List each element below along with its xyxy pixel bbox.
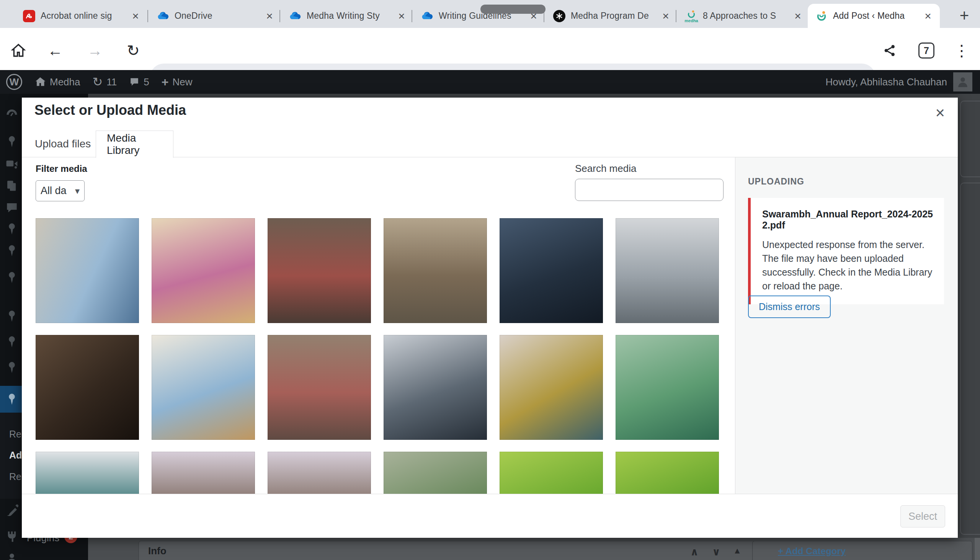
media-thumbnail[interactable] [615, 218, 719, 323]
media-thumbnail[interactable] [383, 452, 487, 494]
media-thumbnail[interactable] [36, 452, 139, 494]
comment-icon [129, 77, 140, 87]
pages-icon[interactable] [5, 179, 18, 192]
dismiss-errors-button[interactable]: Dismiss errors [748, 295, 831, 318]
tab-close-icon[interactable]: × [922, 10, 935, 23]
back-button[interactable]: ← [45, 40, 65, 60]
media-thumbnail[interactable] [36, 335, 139, 440]
media-thumbnail[interactable] [268, 218, 371, 323]
modal-title: Select or Upload Media [35, 102, 186, 118]
pin-icon[interactable] [5, 310, 18, 323]
redaction-bar [480, 5, 545, 14]
browser-tab-strip: Acrobat online sig × OneDrive × Medha Wr… [0, 0, 980, 28]
media-thumbnail[interactable] [268, 335, 371, 440]
tab-close-icon[interactable]: × [791, 10, 804, 23]
media-thumbnail[interactable] [500, 335, 603, 440]
pin-icon[interactable] [5, 135, 18, 148]
move-up-icon: ∧ [690, 546, 698, 558]
site-menu[interactable]: Medha [28, 70, 87, 94]
dashboard-icon[interactable] [5, 108, 18, 120]
comments-count: 5 [143, 76, 149, 88]
upload-error-message: Unexpected response from the server. The… [762, 238, 933, 293]
pin-icon[interactable] [5, 271, 18, 284]
media-thumbnail[interactable] [615, 335, 719, 440]
media-icon[interactable] [5, 157, 18, 170]
wp-admin-bar: W Medha ↻ 11 5 + New Howdy, Abhilasha Ch… [0, 70, 980, 94]
plugins-icon[interactable] [5, 530, 18, 543]
updates-count: 11 [107, 76, 117, 88]
upload-error-filename: Swarambh_Annual Report_2024-2025 2.pdf [762, 208, 933, 231]
wp-logo-menu[interactable]: W [0, 70, 28, 94]
media-thumbnail[interactable] [152, 218, 255, 323]
share-icon[interactable] [880, 40, 900, 60]
home-button[interactable] [8, 40, 28, 60]
media-thumbnail[interactable] [268, 452, 371, 494]
new-tab-button[interactable]: + [954, 5, 975, 26]
medha-icon: medha [685, 10, 697, 22]
pin-icon[interactable] [5, 361, 18, 374]
comments-icon[interactable] [5, 201, 18, 214]
browser-tab[interactable]: Medha Program De × [545, 4, 678, 28]
howdy-text[interactable]: Howdy, Abhilasha Chauhan [825, 76, 947, 88]
uploading-header: UPLOADING [748, 177, 804, 187]
browser-tab[interactable]: medha 8 Approaches to S × [678, 4, 810, 28]
media-thumbnail[interactable] [36, 218, 139, 323]
media-thumbnail[interactable] [500, 452, 603, 494]
tab-close-icon[interactable]: × [395, 10, 408, 23]
tab-close-icon[interactable]: × [659, 10, 672, 23]
tab-close-icon[interactable]: × [263, 10, 276, 23]
media-thumbnail[interactable] [383, 218, 487, 323]
appearance-brush-icon[interactable] [5, 504, 18, 517]
tab-title: Medha Program De [571, 11, 659, 21]
pin-icon [5, 393, 18, 406]
users-icon[interactable] [5, 552, 18, 560]
pin-icon[interactable] [5, 335, 18, 348]
plus-icon: + [162, 75, 169, 89]
media-thumbnail[interactable] [152, 335, 255, 440]
tab-title: Add Post ‹ Medha [833, 11, 922, 21]
move-down-icon: ∨ [712, 546, 720, 558]
media-thumbnail[interactable] [500, 218, 603, 323]
tab-close-icon[interactable]: × [129, 10, 142, 23]
media-thumbnail[interactable] [152, 452, 255, 494]
chevron-down-icon: ▾ [75, 186, 80, 197]
browser-tab-active[interactable]: Add Post ‹ Medha × [808, 4, 940, 28]
upload-error-card: Swarambh_Annual Report_2024-2025 2.pdf U… [748, 198, 944, 304]
updates-menu[interactable]: ↻ 11 [87, 70, 123, 94]
browser-tab[interactable]: Medha Writing Sty × [282, 4, 413, 28]
tab-separator [412, 10, 412, 22]
browser-menu-icon[interactable]: ⋮ [952, 40, 972, 60]
select-button-disabled[interactable]: Select [900, 505, 945, 527]
date-filter-dropdown[interactable]: All da ▾ [36, 180, 85, 201]
tab-upload-files[interactable]: Upload files [24, 130, 102, 157]
pin-icon[interactable] [5, 222, 18, 235]
tab-count-button[interactable]: 7 [917, 40, 937, 60]
tab-title: Medha Writing Sty [307, 11, 395, 21]
media-thumbnail[interactable] [383, 335, 487, 440]
chatgpt-icon [553, 10, 565, 22]
new-content-menu[interactable]: + New [155, 70, 199, 94]
dimmed-page-bottom: Info ∧ ∨ ▲ + Add Category [88, 538, 980, 560]
tab-separator [280, 10, 280, 22]
tab-separator [676, 10, 677, 22]
tab-media-library[interactable]: Media Library [96, 130, 173, 158]
browser-tab[interactable]: Acrobat online sig × [15, 4, 147, 28]
pin-icon[interactable] [5, 244, 18, 257]
modal-footer: Select [22, 494, 958, 538]
search-media-input[interactable] [575, 179, 723, 201]
metabox-edge [960, 183, 980, 535]
media-grid [36, 218, 728, 494]
media-modal: Select or Upload Media × Upload files Me… [22, 98, 958, 538]
media-thumbnail[interactable] [615, 452, 719, 494]
modal-close-icon[interactable]: × [935, 104, 945, 122]
onedrive-icon [421, 10, 433, 22]
category-metabox: + Add Category [752, 541, 972, 560]
forward-button[interactable]: → [85, 40, 105, 60]
upload-status-panel: UPLOADING Swarambh_Annual Report_2024-20… [735, 157, 958, 494]
avatar[interactable] [953, 72, 972, 92]
search-media-label: Search media [575, 163, 636, 175]
comments-menu[interactable]: 5 [123, 70, 155, 94]
browser-tab[interactable]: OneDrive × [149, 4, 282, 28]
tab-title: 8 Approaches to S [703, 11, 791, 21]
reload-button[interactable]: ↻ [123, 40, 143, 60]
